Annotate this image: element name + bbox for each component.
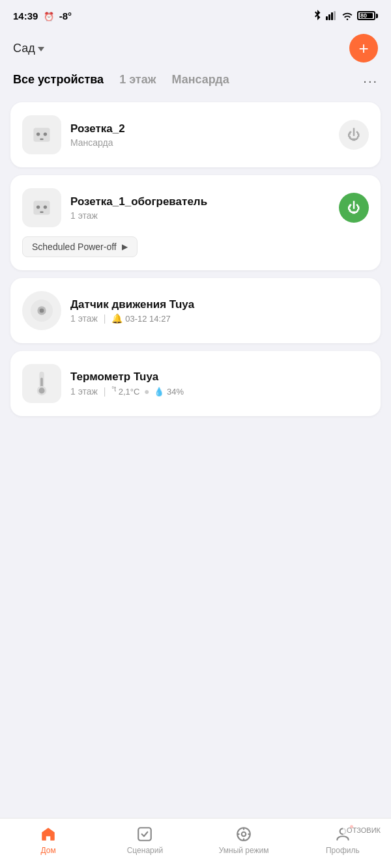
device-info-motion: Датчик движения Tuya 1 этаж | 🔔 03-12 14…: [70, 298, 369, 324]
plus-icon: +: [358, 40, 368, 57]
smart-icon: [235, 826, 252, 843]
device-info-socket1: Розетка_1_обогреватель 1 этаж: [70, 195, 330, 221]
svg-rect-16: [40, 378, 43, 387]
status-icons: 80: [313, 10, 378, 21]
schedule-tag-socket1[interactable]: Scheduled Power-off ▶: [22, 236, 138, 257]
schedule-label: Scheduled Power-off: [32, 242, 117, 252]
nav-item-scenarios[interactable]: Сценарий: [122, 825, 167, 855]
wifi-icon: [341, 11, 353, 20]
svg-point-6: [44, 132, 47, 135]
socket-icon: [30, 196, 53, 219]
tab-all-devices[interactable]: Все устройства: [13, 73, 104, 89]
nav-label-profile: Профиль: [326, 846, 360, 855]
separator: |: [104, 386, 109, 397]
watermark: ОТЗОВИК: [343, 825, 384, 835]
location-selector[interactable]: Сад: [13, 42, 44, 55]
devices-list: Розетка_2 Мансарда ⏻ Розетка_1_обогреват…: [0, 97, 391, 421]
tabs-bar: Все устройства 1 этаж Мансарда ···: [0, 70, 391, 97]
nav-item-smart[interactable]: Умный режим: [219, 825, 269, 855]
nav-item-home[interactable]: Дом: [25, 825, 71, 855]
power-toggle-socket2[interactable]: ⏻: [339, 120, 369, 150]
power-icon: ⏻: [347, 128, 360, 143]
svg-rect-11: [40, 211, 43, 213]
svg-point-10: [44, 205, 47, 208]
home-icon-wrap: [39, 825, 57, 843]
device-icon-thermo: [22, 364, 61, 403]
svg-rect-19: [139, 828, 152, 841]
svg-rect-2: [331, 12, 333, 20]
bottom-navigation: Дом Сценарий Умный режим: [0, 818, 391, 868]
home-icon: [40, 826, 57, 843]
thermometer-icon: [33, 371, 51, 397]
bluetooth-icon: [313, 10, 322, 21]
socket-icon: [30, 123, 53, 147]
svg-point-21: [242, 832, 246, 837]
bell-icon: 🔔: [111, 313, 123, 324]
device-location: Мансарда: [70, 137, 330, 148]
svg-point-18: [38, 387, 44, 393]
device-row: Розетка_2 Мансарда ⏻: [22, 115, 369, 154]
status-bar: 14:39 ⏰ -8° 80: [0, 0, 391, 29]
device-row: Датчик движения Tuya 1 этаж | 🔔 03-12 14…: [22, 291, 369, 330]
motion-sensor-icon: [29, 298, 54, 323]
power-icon: ⏻: [347, 201, 360, 216]
device-row: Розетка_1_обогреватель 1 этаж ⏻: [22, 188, 369, 227]
device-info-socket2: Розетка_2 Мансарда: [70, 122, 330, 148]
tab-mansarda[interactable]: Мансарда: [171, 73, 229, 89]
signal-icon: [326, 11, 338, 20]
device-card-thermo[interactable]: Термометр Tuya 1 этаж | °t 2,1°C ● 💧 34%: [10, 351, 381, 416]
device-icon-socket1: [22, 188, 61, 227]
humidity-value: 34%: [167, 387, 184, 397]
smart-icon-wrap: [235, 825, 253, 843]
device-location: 1 этаж: [70, 210, 330, 221]
nav-label-smart: Умный режим: [219, 846, 269, 855]
device-card-socket2[interactable]: Розетка_2 Мансарда ⏻: [10, 102, 381, 167]
svg-rect-7: [40, 138, 43, 140]
device-icon-socket2: [22, 115, 61, 154]
svg-rect-1: [328, 14, 330, 20]
device-name: Датчик движения Tuya: [70, 298, 369, 311]
add-device-button[interactable]: +: [349, 34, 378, 63]
battery-icon: 80: [357, 11, 378, 20]
svg-rect-3: [334, 11, 336, 20]
device-card-socket1[interactable]: Розетка_1_обогреватель 1 этаж ⏻ Schedule…: [10, 175, 381, 270]
nav-label-home: Дом: [41, 846, 56, 855]
device-name: Розетка_2: [70, 122, 330, 135]
svg-point-5: [36, 132, 40, 135]
device-name: Термометр Tuya: [70, 371, 369, 384]
nav-label-scenarios: Сценарий: [127, 846, 163, 855]
device-icon-motion: [22, 291, 61, 330]
svg-rect-0: [326, 16, 328, 20]
device-info-thermo: Термометр Tuya 1 этаж | °t 2,1°C ● 💧 34%: [70, 371, 369, 397]
device-location: 1 этаж | 🔔 03-12 14:27: [70, 313, 369, 324]
device-name: Розетка_1_обогреватель: [70, 195, 330, 208]
scenarios-icon: [136, 826, 153, 843]
header: Сад +: [0, 29, 391, 70]
scenarios-icon-wrap: [136, 825, 154, 843]
device-card-motion[interactable]: Датчик движения Tuya 1 этаж | 🔔 03-12 14…: [10, 278, 381, 343]
svg-point-14: [40, 309, 44, 313]
chevron-down-icon: [38, 47, 44, 51]
separator: |: [104, 313, 106, 324]
tabs-more-button[interactable]: ···: [363, 74, 378, 89]
status-clock-icon: ⏰: [44, 12, 54, 21]
droplet-icon: 💧: [154, 387, 164, 397]
device-location: 1 этаж | °t 2,1°C ● 💧 34%: [70, 385, 369, 397]
temperature-value: 2,1°C: [119, 387, 140, 397]
play-icon: ▶: [122, 242, 128, 251]
tab-floor1[interactable]: 1 этаж: [119, 73, 156, 89]
svg-point-9: [36, 205, 40, 208]
status-time: 14:39 ⏰ -8°: [13, 10, 72, 21]
power-toggle-socket1[interactable]: ⏻: [339, 193, 369, 223]
device-row: Термометр Tuya 1 этаж | °t 2,1°C ● 💧 34%: [22, 364, 369, 403]
location-label: Сад: [13, 42, 35, 55]
